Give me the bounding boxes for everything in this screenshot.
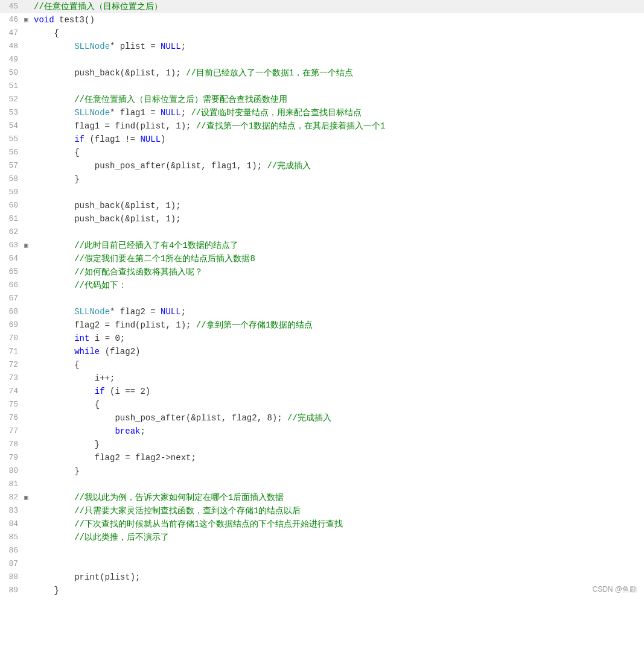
code-content: { [33, 146, 644, 159]
code-token: //下次查找的时候就从当前存储1这个数据结点的下个结点开始进行查找 [74, 519, 343, 529]
code-token: push_pos_after(&plist, flag1, 1); [34, 161, 267, 171]
line-number: 79 [0, 451, 24, 464]
table-row: 80 } [0, 464, 644, 478]
code-token: //代码如下： [74, 280, 127, 290]
code-token: NULL [161, 42, 181, 51]
code-token: test3() [54, 15, 95, 25]
fold-icon[interactable]: ▣ [24, 239, 33, 252]
code-content: if (flag1 != NULL) [33, 133, 644, 146]
code-content: flag1 = find(plist, 1); //查找第一个1数据的结点，在其… [33, 119, 644, 133]
line-number: 83 [0, 504, 24, 517]
code-token: //以此类推，后不演示了 [74, 533, 169, 542]
line-number: 48 [0, 40, 24, 53]
table-row: 74 if (i == 2) [0, 385, 644, 398]
table-row: 61 push_back(&plist, 1); [0, 212, 644, 226]
table-row: 83 //只需要大家灵活控制查找函数，查到这个存储1的结点以后 [0, 504, 644, 517]
code-content: SLLNode* plist = NULL; [33, 40, 644, 53]
table-row: 88 print(plist); [0, 571, 644, 584]
line-number: 62 [0, 226, 24, 239]
code-editor: 45 //任意位置插入（目标位置之后）46▣void test3()47 {48… [0, 0, 644, 597]
line-number: 63 [0, 239, 24, 252]
code-token [34, 307, 74, 317]
fold-icon [24, 212, 33, 226]
line-number: 60 [0, 199, 24, 212]
table-row: 68 SLLNode* flag2 = NULL; [0, 305, 644, 318]
code-token: ) [161, 134, 165, 144]
code-token: SLLNode [74, 42, 110, 51]
fold-icon [24, 557, 33, 571]
fold-icon [24, 172, 33, 186]
line-number: 45 [0, 0, 24, 13]
code-content: //假定我们要在第二个1所在的结点后插入数据8 [33, 252, 644, 265]
table-row: 49 [0, 53, 644, 66]
line-number: 66 [0, 279, 24, 292]
code-content: { [33, 398, 644, 411]
code-token: void [34, 15, 54, 25]
code-token [34, 254, 74, 264]
code-token: NULL [161, 108, 181, 118]
code-token [34, 42, 74, 51]
fold-icon[interactable]: ▣ [24, 491, 33, 504]
code-token [34, 493, 74, 502]
table-row: 52 //任意位置插入（目标位置之后）需要配合查找函数使用 [0, 93, 644, 106]
table-row: 62 [0, 226, 644, 239]
line-number: 47 [0, 27, 24, 40]
table-row: 46▣void test3() [0, 13, 644, 27]
code-content: //以此类推，后不演示了 [33, 531, 644, 544]
line-number: 59 [0, 186, 24, 199]
fold-icon [24, 411, 33, 425]
code-token: //只需要大家灵活控制查找函数，查到这个存储1的结点以后 [74, 506, 301, 516]
code-content: while (flag2) [33, 345, 644, 358]
code-content: //任意位置插入（目标位置之后） [33, 0, 644, 13]
fold-icon [24, 146, 33, 159]
table-row: 89 } [0, 584, 644, 597]
code-token: //任意位置插入（目标位置之后） [34, 2, 162, 11]
fold-icon [24, 332, 33, 345]
fold-icon[interactable]: ▣ [24, 13, 33, 27]
table-row: 47 { [0, 27, 644, 40]
fold-icon [24, 425, 33, 438]
code-content: //代码如下： [33, 279, 644, 292]
code-token: //如何配合查找函数将其插入呢？ [74, 267, 203, 277]
line-number: 46 [0, 13, 24, 27]
code-content: } [33, 172, 644, 186]
line-number: 50 [0, 66, 24, 80]
line-number: 54 [0, 119, 24, 133]
code-content: } [33, 438, 644, 451]
watermark: CSDN @鱼励 [592, 584, 637, 595]
code-token: //查找第一个1数据的结点，在其后接着插入一个1 [196, 121, 386, 131]
table-row: 60 push_back(&plist, 1); [0, 199, 644, 212]
code-content: push_back(&plist, 1); //目前已经放入了一个数据1，在第一… [33, 66, 644, 80]
line-number: 55 [0, 133, 24, 146]
code-content: if (i == 2) [33, 385, 644, 398]
code-token: //设置临时变量结点，用来配合查找目标结点 [191, 108, 362, 118]
code-content: //只需要大家灵活控制查找函数，查到这个存储1的结点以后 [33, 504, 644, 517]
fold-icon [24, 531, 33, 544]
code-token: * plist = [110, 42, 161, 51]
table-row: 57 push_pos_after(&plist, flag1, 1); //完… [0, 159, 644, 172]
table-row: 51 [0, 80, 644, 93]
code-token: break [115, 426, 140, 436]
code-token: i++; [34, 373, 115, 383]
line-number: 61 [0, 212, 24, 226]
table-row: 73 i++; [0, 372, 644, 385]
code-content: //我以此为例，告诉大家如何制定在哪个1后面插入数据 [33, 491, 644, 504]
code-content: int i = 0; [33, 332, 644, 345]
code-content: break; [33, 425, 644, 438]
table-row: 76 push_pos_after(&plist, flag2, 8); //完… [0, 411, 644, 425]
code-content: i++; [33, 372, 644, 385]
line-number: 56 [0, 146, 24, 159]
line-number: 69 [0, 318, 24, 332]
code-content: //此时目前已经插入了有4个1数据的结点了 [33, 239, 644, 252]
fold-icon [24, 451, 33, 464]
line-number: 88 [0, 571, 24, 584]
fold-icon [24, 159, 33, 172]
fold-icon [24, 372, 33, 385]
fold-icon [24, 80, 33, 93]
code-token: } [34, 466, 80, 476]
fold-icon [24, 358, 33, 372]
table-row: 58 } [0, 172, 644, 186]
code-token: flag1 = find(plist, 1); [34, 121, 196, 131]
line-number: 86 [0, 544, 24, 557]
fold-icon [24, 53, 33, 66]
